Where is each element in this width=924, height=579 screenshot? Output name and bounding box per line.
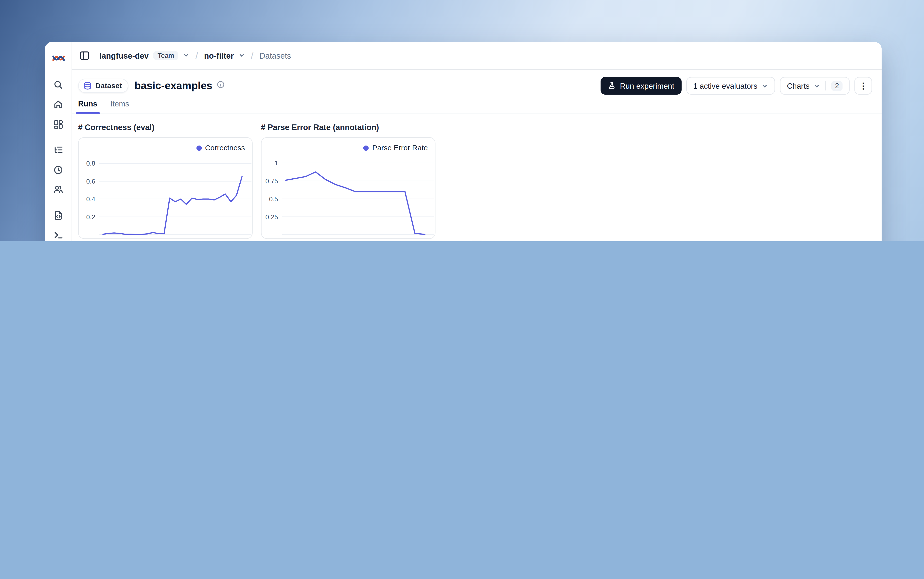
- svg-text:0.6: 0.6: [86, 178, 95, 185]
- svg-text:0.5: 0.5: [269, 195, 278, 203]
- evaluators-label: 1 active evaluators: [693, 81, 757, 90]
- charts-count-badge: 2: [832, 81, 843, 91]
- tab-bar: Runs Items: [72, 98, 881, 114]
- langfuse-logo-icon[interactable]: [51, 51, 66, 65]
- flask-icon: [608, 82, 616, 90]
- kebab-icon: ⋮: [859, 81, 868, 90]
- database-icon: [84, 82, 92, 90]
- breadcrumb: langfuse-dev Team / no-filter / Datasets: [99, 50, 291, 61]
- search-icon[interactable]: [51, 77, 66, 92]
- legend-label: Parse Error Rate: [372, 144, 428, 152]
- page-title: basic-examples: [134, 80, 212, 92]
- chevron-down-icon: [762, 83, 768, 89]
- info-icon[interactable]: [216, 80, 225, 91]
- dataset-actions: Run experiment 1 active evaluators Chart…: [601, 77, 872, 95]
- desktop-wallpaper: langfuse-dev Team / no-filter / Datasets…: [0, 0, 924, 241]
- evaluators-button[interactable]: 1 active evaluators: [686, 77, 775, 95]
- tab-runs[interactable]: Runs: [78, 99, 97, 114]
- legend-label: Correctness: [205, 144, 245, 152]
- button-divider: [826, 81, 826, 90]
- chart-legend: Correctness: [196, 144, 245, 152]
- dashboard-grid-icon[interactable]: [51, 117, 66, 131]
- chevron-down-icon[interactable]: [183, 51, 190, 60]
- app-window: langfuse-dev Team / no-filter / Datasets…: [45, 42, 881, 241]
- svg-text:0.75: 0.75: [265, 177, 278, 185]
- chart-legend: Parse Error Rate: [364, 144, 428, 152]
- trace-tree-icon[interactable]: [51, 142, 66, 157]
- run-experiment-label: Run experiment: [620, 81, 674, 90]
- correctness-chart-plot: 0.20.40.60.8: [79, 138, 253, 239]
- chevron-down-icon[interactable]: [238, 51, 245, 60]
- more-actions-button[interactable]: ⋮: [855, 77, 872, 95]
- parse-error-chart: 0.250.50.751 Parse Error Rate: [261, 137, 435, 239]
- org-plan-badge: Team: [153, 51, 178, 60]
- users-icon[interactable]: [51, 182, 66, 196]
- resize-grip-handle[interactable]: [469, 241, 485, 241]
- svg-text:0.2: 0.2: [86, 213, 95, 221]
- main-content: Dataset basic-examples Run experiment 1 …: [72, 70, 881, 241]
- file-code-icon[interactable]: [51, 208, 66, 222]
- svg-text:0.8: 0.8: [86, 160, 95, 167]
- chevron-down-icon: [814, 83, 820, 89]
- charts-label: Charts: [787, 81, 809, 90]
- breadcrumb-org[interactable]: langfuse-dev: [99, 51, 149, 60]
- correctness-chart: 0.20.40.60.8 Correctness: [78, 137, 253, 239]
- sidebar-toggle-icon[interactable]: [79, 50, 90, 61]
- top-bar: langfuse-dev Team / no-filter / Datasets: [72, 42, 881, 70]
- dataset-badge-label: Dataset: [95, 82, 122, 90]
- breadcrumb-project[interactable]: no-filter: [204, 51, 234, 60]
- terminal-icon[interactable]: [51, 228, 66, 241]
- breadcrumb-separator: /: [250, 50, 255, 61]
- tab-items[interactable]: Items: [110, 99, 129, 114]
- svg-text:0.25: 0.25: [265, 213, 278, 221]
- chart-title-parse-error: # Parse Error Rate (annotation): [261, 123, 379, 132]
- parse-error-chart-plot: 0.250.50.751: [262, 138, 436, 239]
- breadcrumb-separator: /: [194, 50, 199, 61]
- dataset-header: Dataset basic-examples Run experiment 1 …: [78, 76, 872, 96]
- legend-dot: [196, 145, 202, 150]
- chart-title-correctness: # Correctness (eval): [78, 123, 155, 132]
- dataset-badge: Dataset: [78, 79, 128, 93]
- svg-text:1: 1: [274, 159, 278, 167]
- svg-text:0.4: 0.4: [86, 195, 95, 203]
- legend-dot: [364, 145, 369, 150]
- sidebar-rail: [45, 42, 72, 241]
- clock-icon[interactable]: [51, 163, 66, 177]
- charts-button[interactable]: Charts 2: [780, 77, 850, 95]
- breadcrumb-section[interactable]: Datasets: [260, 51, 291, 60]
- run-experiment-button[interactable]: Run experiment: [601, 77, 682, 95]
- home-icon[interactable]: [51, 97, 66, 111]
